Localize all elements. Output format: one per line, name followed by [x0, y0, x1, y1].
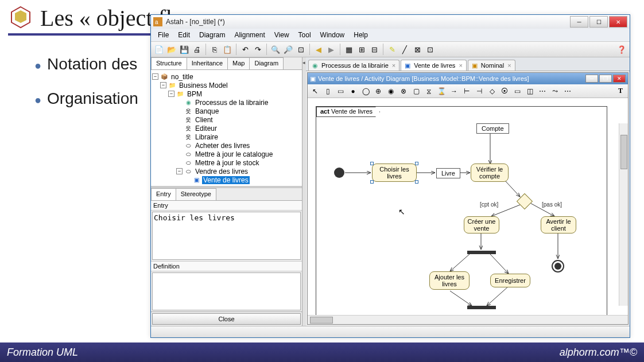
horizontal-scrollbar[interactable]: [308, 315, 628, 324]
titlebar[interactable]: a Astah - [no_title] (*) ─ ☐ ✕: [151, 15, 630, 29]
text-tool-icon[interactable]: T: [615, 86, 626, 96]
undo-icon[interactable]: ↶: [239, 44, 251, 55]
close-button[interactable]: ✕: [609, 16, 627, 28]
highlight-icon[interactable]: ✎: [386, 44, 398, 55]
merge-tool-icon[interactable]: ⊗: [398, 86, 409, 96]
fork-bar-2[interactable]: [467, 306, 496, 309]
tool-icon-1[interactable]: ▦: [343, 44, 355, 55]
forward-icon[interactable]: ▶: [325, 44, 337, 55]
tree-acheter[interactable]: ⬭Acheter des livres: [152, 141, 301, 150]
diagram-close-button[interactable]: ✕: [613, 75, 626, 83]
tree-vente[interactable]: ▣Vente de livres: [152, 176, 301, 184]
menu-tool[interactable]: Tool: [294, 30, 316, 40]
tool-icon-2[interactable]: ⊞: [356, 44, 367, 55]
tab-map[interactable]: Map: [227, 57, 250, 69]
dep-tool-icon[interactable]: ⤳: [550, 86, 560, 96]
activity-creer[interactable]: Créer une vente: [464, 216, 499, 233]
menu-window[interactable]: Window: [316, 30, 350, 40]
properties-close-button[interactable]: Close: [152, 313, 301, 325]
help-icon[interactable]: ❓: [616, 44, 627, 55]
tab-structure[interactable]: Structure: [151, 57, 187, 69]
tab-entry[interactable]: Entry: [151, 188, 176, 200]
more2-tool-icon[interactable]: ⋯: [562, 86, 573, 96]
tree-bpm[interactable]: −📁BPM: [152, 89, 301, 98]
activity-choisir[interactable]: Choisir les livres: [372, 164, 417, 182]
doc-tab-nominal[interactable]: ▣Nominal×: [468, 60, 515, 71]
diagram-titlebar[interactable]: ▣ Vente de livres / Activity Diagram [Bu…: [308, 73, 628, 84]
activity-avertir[interactable]: Avertir le client: [541, 216, 576, 233]
tab-inheritance[interactable]: Inheritance: [187, 57, 228, 69]
partition-tool-icon[interactable]: ▯: [323, 86, 333, 96]
tree-majstock[interactable]: ⬭Mettre à jour le stock: [152, 158, 301, 167]
close-tab-icon[interactable]: ×: [392, 62, 395, 69]
line-icon[interactable]: ╱: [399, 44, 410, 55]
activityfinal-tool-icon[interactable]: ◉: [386, 86, 396, 96]
copy-icon[interactable]: ⎘: [209, 44, 220, 55]
final-node[interactable]: [552, 260, 564, 273]
diagram-minimize-button[interactable]: ─: [585, 75, 598, 83]
open-icon[interactable]: 📂: [166, 44, 177, 55]
diagram-maximize-button[interactable]: ❐: [599, 75, 612, 83]
minimize-button[interactable]: ─: [570, 16, 588, 28]
redo-icon[interactable]: ↷: [252, 44, 263, 55]
object-compte[interactable]: Compte: [476, 123, 509, 134]
tool-icon-3[interactable]: ⊟: [368, 44, 380, 55]
tree-majcat[interactable]: ⬭Mettre à jour le catalogue: [152, 150, 301, 158]
flow-tool-icon[interactable]: →: [449, 86, 459, 96]
tool-icon-4[interactable]: ⊠: [412, 44, 423, 55]
tree-bm[interactable]: −📁Business Model: [152, 81, 301, 89]
tree-banque[interactable]: 웃Banque: [152, 107, 301, 115]
doc-tab-processus[interactable]: ◉Processus de la librairie×: [308, 60, 399, 71]
zoom-out-icon[interactable]: 🔍: [270, 44, 281, 55]
menu-help[interactable]: Help: [349, 30, 373, 40]
menu-view[interactable]: View: [270, 30, 294, 40]
fork-bar-1[interactable]: [467, 251, 496, 254]
tool-icon-5[interactable]: ⊡: [424, 44, 436, 55]
tree-vendre[interactable]: −⬭Vendre des livres: [152, 167, 301, 176]
object-livre[interactable]: Livre: [436, 168, 460, 178]
note-tool-icon[interactable]: ▭: [512, 86, 522, 96]
tree-proc[interactable]: ◉Processus de la librairie: [152, 98, 301, 107]
tree-client[interactable]: 웃Client: [152, 115, 301, 124]
more-tool-icon[interactable]: ⋯: [537, 86, 548, 96]
activity-verifier[interactable]: Vérifier le compte: [471, 164, 509, 182]
time-tool-icon[interactable]: ⌛: [436, 86, 447, 96]
diagram-canvas[interactable]: act Vente de livres: [308, 98, 628, 315]
join-tool-icon[interactable]: ⊣: [474, 86, 484, 96]
tree-editeur[interactable]: 웃Editeur: [152, 124, 301, 133]
zoom-in-icon[interactable]: 🔎: [282, 44, 294, 55]
activity-ajouter[interactable]: Ajouter les livres: [429, 271, 470, 290]
flowfinal-tool-icon[interactable]: ⊕: [373, 86, 383, 96]
print-icon[interactable]: 🖨: [191, 44, 203, 55]
save-icon[interactable]: 💾: [179, 44, 190, 55]
connector-tool-icon[interactable]: ⦿: [499, 86, 510, 96]
fork-tool-icon[interactable]: ⊢: [461, 86, 472, 96]
final-tool-icon[interactable]: ◯: [360, 86, 371, 96]
pin-tool-icon[interactable]: ◫: [525, 86, 535, 96]
maximize-button[interactable]: ☐: [589, 16, 608, 28]
menu-alignment[interactable]: Alignment: [230, 30, 269, 40]
select-tool-icon[interactable]: ↖: [310, 86, 320, 96]
tree-root[interactable]: −📦no_title: [152, 72, 301, 81]
tab-stereotype[interactable]: Stereotype: [176, 188, 216, 200]
object-tool-icon[interactable]: ▢: [411, 86, 421, 96]
menu-diagram[interactable]: Diagram: [195, 30, 230, 40]
zoom-fit-icon[interactable]: ⊡: [295, 44, 307, 55]
close-tab-icon[interactable]: ×: [507, 62, 511, 69]
entry-input[interactable]: Choisir les livres: [152, 212, 301, 260]
doc-tab-vente[interactable]: ▣Vente de livres×: [401, 60, 467, 71]
tab-diagram[interactable]: Diagram: [249, 57, 284, 69]
paste-icon[interactable]: 📋: [222, 44, 233, 55]
action-tool-icon[interactable]: ▭: [335, 86, 346, 96]
new-icon[interactable]: 📄: [153, 44, 165, 55]
menu-edit[interactable]: Edit: [173, 30, 195, 40]
decision-tool-icon[interactable]: ◇: [487, 86, 497, 96]
definition-input[interactable]: [152, 273, 301, 310]
signal-tool-icon[interactable]: ⧖: [424, 86, 434, 96]
tree-libraire[interactable]: 웃Libraire: [152, 133, 301, 141]
vertical-scrollbar[interactable]: [619, 123, 628, 306]
initial-tool-icon[interactable]: ●: [348, 86, 358, 96]
back-icon[interactable]: ◀: [313, 44, 324, 55]
initial-node[interactable]: [334, 168, 344, 178]
close-tab-icon[interactable]: ×: [459, 62, 462, 69]
